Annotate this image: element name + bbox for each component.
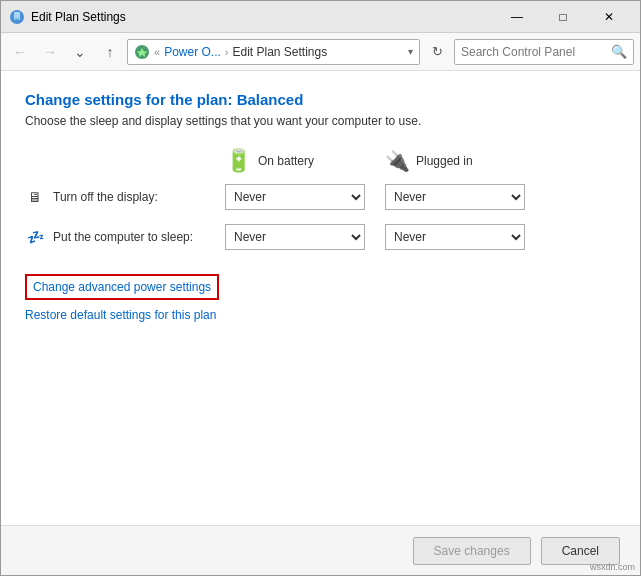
title-bar: Edit Plan Settings — □ ✕ (1, 1, 640, 33)
sleep-pluggedin-select[interactable]: Never 1 minute 2 minutes 5 minutes 10 mi… (385, 224, 525, 250)
path-chevron2: › (225, 46, 229, 58)
path-dropdown-arrow[interactable]: ▾ (408, 46, 413, 57)
maximize-button[interactable]: □ (540, 1, 586, 33)
address-bar: ← → ⌄ ↑ « Power O... › Edit Plan Setting… (1, 33, 640, 71)
pluggedin-icon: 🔌 (385, 149, 410, 173)
display-battery-select[interactable]: Never 1 minute 2 minutes 5 minutes 10 mi… (225, 184, 365, 210)
window-controls: — □ ✕ (494, 1, 632, 33)
links-section: Change advanced power settings Restore d… (25, 274, 616, 322)
save-button[interactable]: Save changes (413, 537, 531, 565)
sleep-icon: 💤 (25, 227, 45, 247)
svg-rect-2 (15, 18, 19, 20)
search-icon: 🔍 (611, 44, 627, 59)
sleep-setting-row: 💤 Put the computer to sleep: Never 1 min… (25, 224, 616, 250)
display-dropdowns: Never 1 minute 2 minutes 5 minutes 10 mi… (225, 184, 525, 210)
window-title: Edit Plan Settings (31, 10, 494, 24)
forward-button[interactable]: → (37, 39, 63, 65)
content-area: Change settings for the plan: Balanced C… (1, 71, 640, 525)
up-button[interactable]: ↑ (97, 39, 123, 65)
battery-label: On battery (258, 154, 314, 168)
sleep-dropdowns: Never 1 minute 2 minutes 5 minutes 10 mi… (225, 224, 525, 250)
watermark: wsxdn.com (590, 562, 635, 572)
path-segment-power[interactable]: Power O... (164, 45, 221, 59)
battery-icon: 🔋 (225, 148, 252, 174)
sleep-label-text: Put the computer to sleep: (53, 230, 193, 244)
pluggedin-column-header: 🔌 Plugged in (385, 148, 545, 174)
refresh-button[interactable]: ↻ (424, 39, 450, 65)
pluggedin-label: Plugged in (416, 154, 473, 168)
battery-column-header: 🔋 On battery (225, 148, 385, 174)
display-icon: 🖥 (25, 187, 45, 207)
main-window: Edit Plan Settings — □ ✕ ← → ⌄ ↑ « Power… (0, 0, 641, 576)
address-path: « Power O... › Edit Plan Settings ▾ (127, 39, 420, 65)
path-chevron1: « (154, 46, 160, 58)
sleep-battery-select[interactable]: Never 1 minute 2 minutes 5 minutes 10 mi… (225, 224, 365, 250)
display-setting-label: 🖥 Turn off the display: (25, 187, 225, 207)
sleep-setting-label: 💤 Put the computer to sleep: (25, 227, 225, 247)
dropdown-button[interactable]: ⌄ (67, 39, 93, 65)
display-setting-row: 🖥 Turn off the display: Never 1 minute 2… (25, 184, 616, 210)
minimize-button[interactable]: — (494, 1, 540, 33)
display-label-text: Turn off the display: (53, 190, 158, 204)
search-input[interactable] (461, 45, 607, 59)
column-headers: 🔋 On battery 🔌 Plugged in (225, 148, 616, 174)
cancel-button[interactable]: Cancel (541, 537, 620, 565)
display-pluggedin-select[interactable]: Never 1 minute 2 minutes 5 minutes 10 mi… (385, 184, 525, 210)
plan-subtitle: Choose the sleep and display settings th… (25, 114, 616, 128)
footer: Save changes Cancel (1, 525, 640, 575)
path-segment-current: Edit Plan Settings (232, 45, 327, 59)
restore-defaults-link[interactable]: Restore default settings for this plan (25, 308, 616, 322)
path-icon (134, 44, 150, 60)
close-button[interactable]: ✕ (586, 1, 632, 33)
plan-title: Change settings for the plan: Balanced (25, 91, 616, 108)
back-button[interactable]: ← (7, 39, 33, 65)
advanced-power-link[interactable]: Change advanced power settings (25, 274, 219, 300)
settings-grid: 🔋 On battery 🔌 Plugged in 🖥 Turn off the… (25, 148, 616, 250)
search-box[interactable]: 🔍 (454, 39, 634, 65)
window-icon (9, 9, 25, 25)
